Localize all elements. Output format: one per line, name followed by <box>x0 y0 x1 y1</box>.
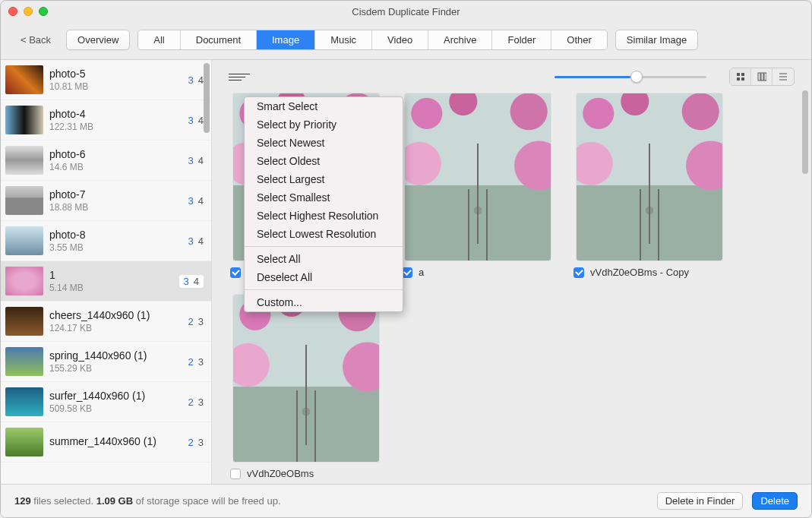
thumbnail <box>5 428 43 456</box>
thumbnail <box>5 226 43 255</box>
menu-item-select-oldest[interactable]: Select Oldest <box>245 152 403 170</box>
list-item[interactable]: surfer_1440x960 (1) 509.58 KB 23 <box>1 382 211 422</box>
tab-all[interactable]: All <box>138 30 180 49</box>
tab-image[interactable]: Image <box>257 30 315 49</box>
file-name: 1 <box>49 269 179 281</box>
count-badge: 34 <box>188 155 204 166</box>
menu-item-smart-select[interactable]: Smart Select <box>245 97 403 115</box>
file-size: 18.88 MB <box>49 202 188 213</box>
menu-divider <box>245 246 403 247</box>
select-checkbox[interactable] <box>573 267 584 278</box>
file-name: summer_1440x960 (1) <box>49 435 188 447</box>
file-name: photo-5 <box>49 68 188 80</box>
menu-item-select-all[interactable]: Select All <box>245 250 403 268</box>
menu-item-select-priority[interactable]: Select by Priority <box>245 115 403 134</box>
thumbnail <box>5 267 43 295</box>
tab-music[interactable]: Music <box>315 30 372 49</box>
thumbnail-size-slider[interactable] <box>554 76 706 78</box>
tab-document[interactable]: Document <box>181 30 257 49</box>
list-item[interactable]: spring_1440x960 (1) 155.29 KB 23 <box>1 342 211 382</box>
select-menu-button[interactable] <box>229 69 250 84</box>
main: photo-5 10.81 MB 34 photo-4 122.31 MB 34… <box>1 60 811 517</box>
menu-item-select-highest-res[interactable]: Select Highest Resolution <box>245 207 403 225</box>
file-name: cheers_1440x960 (1) <box>49 309 188 321</box>
preview-image <box>577 93 722 261</box>
thumbnail <box>5 146 43 175</box>
file-size: 155.29 KB <box>49 363 188 374</box>
view-mode-switch <box>729 68 795 86</box>
count-badge: 23 <box>188 356 204 368</box>
menu-divider <box>245 289 403 290</box>
menu-item-select-largest[interactable]: Select Largest <box>245 170 403 188</box>
overview-button[interactable]: Overview <box>66 30 130 50</box>
list-item[interactable]: photo-8 3.55 MB 34 <box>1 221 211 261</box>
svg-rect-3 <box>741 73 744 76</box>
titlebar: Cisdem Duplicate Finder <box>1 1 811 22</box>
columns-icon <box>757 72 766 81</box>
list-item[interactable]: photo-6 14.6 MB 34 <box>1 141 211 181</box>
svg-rect-6 <box>758 73 760 81</box>
sidebar: photo-5 10.81 MB 34 photo-4 122.31 MB 34… <box>1 60 212 517</box>
count-badge: 34 <box>179 275 204 288</box>
list-item[interactable]: 1 5.14 MB 34 <box>1 261 211 302</box>
svg-rect-8 <box>764 73 766 81</box>
menu-item-select-smallest[interactable]: Select Smallest <box>245 188 403 207</box>
svg-rect-4 <box>737 77 740 81</box>
list-item[interactable]: photo-5 10.81 MB 34 <box>1 60 211 100</box>
thumbnail <box>5 347 43 376</box>
list-item[interactable]: photo-7 18.88 MB 34 <box>1 181 211 221</box>
list-view-button[interactable] <box>773 68 794 85</box>
category-tabs: All Document Image Music Video Archive F… <box>137 30 608 50</box>
similar-image-button[interactable]: Similar Image <box>615 30 698 50</box>
delete-button[interactable]: Delete <box>752 492 798 510</box>
file-name: photo-7 <box>49 188 188 201</box>
file-size: 3.55 MB <box>49 242 188 253</box>
thumbnail <box>5 65 43 94</box>
count-badge: 34 <box>188 74 204 86</box>
tab-other[interactable]: Other <box>551 30 607 49</box>
grid-tile[interactable]: vVdhZ0eOBms - Copy <box>572 93 727 278</box>
count-badge: 23 <box>188 437 204 448</box>
thumbnail <box>5 307 43 336</box>
sidebar-scrollbar[interactable] <box>204 63 210 133</box>
sidebar-list: photo-5 10.81 MB 34 photo-4 122.31 MB 34… <box>1 60 211 488</box>
menu-item-select-lowest-res[interactable]: Select Lowest Resolution <box>245 225 403 243</box>
menu-item-select-newest[interactable]: Select Newest <box>245 134 403 152</box>
tab-folder[interactable]: Folder <box>492 30 551 49</box>
list-item[interactable]: photo-4 122.31 MB 34 <box>1 100 211 141</box>
content-toolbar <box>212 60 811 86</box>
list-item[interactable]: summer_1440x960 (1) 23 <box>1 422 211 463</box>
select-checkbox[interactable] <box>402 267 412 278</box>
grid-tile[interactable]: vVdhZ0eOBms <box>229 295 384 479</box>
grid-view-button[interactable] <box>730 68 751 85</box>
menu-item-deselect-all[interactable]: Deselect All <box>245 268 403 286</box>
grid-tile[interactable]: a <box>400 93 555 278</box>
content-scrollbar[interactable] <box>802 90 808 174</box>
select-checkbox[interactable] <box>230 267 241 278</box>
tile-label: vVdhZ0eOBms - Copy <box>590 267 689 278</box>
slider-thumb[interactable] <box>630 71 643 83</box>
file-size: 14.6 MB <box>49 162 188 172</box>
preview-image <box>405 93 551 261</box>
file-name: photo-6 <box>49 148 188 160</box>
thumbnail <box>5 186 43 215</box>
count-badge: 23 <box>188 316 204 327</box>
preview-image <box>233 295 379 462</box>
count-badge: 34 <box>188 115 204 126</box>
menu-item-custom[interactable]: Custom... <box>245 293 403 311</box>
delete-in-finder-button[interactable]: Delete in Finder <box>657 492 744 510</box>
select-checkbox[interactable] <box>230 469 241 479</box>
tab-archive[interactable]: Archive <box>428 30 492 49</box>
file-size: 10.81 MB <box>49 81 188 92</box>
svg-rect-7 <box>761 73 763 81</box>
list-item[interactable]: cheers_1440x960 (1) 124.17 KB 23 <box>1 302 211 342</box>
file-size: 509.58 KB <box>49 403 188 414</box>
file-name: surfer_1440x960 (1) <box>49 390 188 402</box>
count-badge: 34 <box>188 195 204 207</box>
tab-video[interactable]: Video <box>372 30 428 49</box>
column-view-button[interactable] <box>751 68 773 85</box>
file-size: 122.31 MB <box>49 122 188 132</box>
tile-label: a <box>419 267 424 278</box>
back-button[interactable]: < Back <box>13 31 58 49</box>
status-text: 129 files selected. 1.09 GB of storage s… <box>14 495 281 507</box>
